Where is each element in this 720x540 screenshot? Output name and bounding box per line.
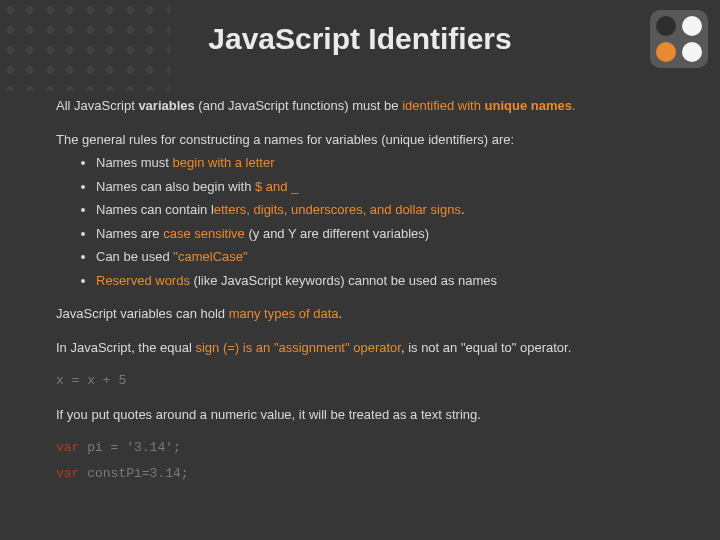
list-item: Names must begin with a letter: [96, 153, 664, 173]
data-types-paragraph: JavaScript variables can hold many types…: [56, 304, 664, 324]
text-highlight: $ and _: [255, 179, 298, 194]
text: Names can also begin with: [96, 179, 255, 194]
text-highlight: identified: [402, 98, 454, 113]
text: Names are: [96, 226, 163, 241]
code-keyword: var: [56, 440, 79, 455]
text: .: [461, 202, 465, 217]
rules-list: Names must begin with a letter Names can…: [56, 153, 664, 290]
text: JavaScript variables can hold: [56, 306, 229, 321]
text-highlight: case sensitive: [163, 226, 245, 241]
rules-intro: The general rules for constructing a nam…: [56, 130, 664, 150]
assignment-paragraph: In JavaScript, the equal sign (=) is an …: [56, 338, 664, 358]
text-highlight: Reserved words: [96, 273, 190, 288]
text-highlight: with: [454, 98, 484, 113]
text-highlight: many types of data: [229, 306, 339, 321]
text: All JavaScript: [56, 98, 138, 113]
list-item: Names are case sensitive (y and Y are di…: [96, 224, 664, 244]
page-title: JavaScript Identifiers: [0, 22, 720, 56]
quotes-paragraph: If you put quotes around a numeric value…: [56, 405, 664, 425]
intro-paragraph: All JavaScript variables (and JavaScript…: [56, 96, 664, 116]
text-highlight: "camelCase": [173, 249, 247, 264]
text-highlight: .: [572, 98, 576, 113]
text: Names can contain l: [96, 202, 214, 217]
code-keyword: var: [56, 466, 79, 481]
content: All JavaScript variables (and JavaScript…: [56, 96, 664, 497]
list-item: Names can contain letters, digits, under…: [96, 200, 664, 220]
code-text: pi = '3.14';: [79, 440, 180, 455]
text: .: [339, 306, 343, 321]
text: Can be used: [96, 249, 173, 264]
text-highlight-bold: unique names: [485, 98, 572, 113]
text: (like JavaScript keywords) cannot be use…: [190, 273, 497, 288]
code-example-1: x = x + 5: [56, 371, 664, 391]
code-example-3: var constPi=3.14;: [56, 464, 664, 484]
list-item: Reserved words (like JavaScript keywords…: [96, 271, 664, 291]
text-bold: variables: [138, 98, 194, 113]
text: , is not an "equal to" operator.: [401, 340, 571, 355]
text: (y and Y are different variables): [245, 226, 429, 241]
text-highlight: etters, digits, underscores, and dollar …: [214, 202, 461, 217]
list-item: Can be used "camelCase": [96, 247, 664, 267]
list-item: Names can also begin with $ and _: [96, 177, 664, 197]
code-example-2: var pi = '3.14';: [56, 438, 664, 458]
text: (and JavaScript functions) must be: [195, 98, 402, 113]
code-text: constPi=3.14;: [79, 466, 188, 481]
text: Names must: [96, 155, 173, 170]
text: In JavaScript, the equal: [56, 340, 195, 355]
text-highlight: begin with a letter: [173, 155, 275, 170]
text-highlight: sign (=) is an "assignment" operator: [195, 340, 400, 355]
